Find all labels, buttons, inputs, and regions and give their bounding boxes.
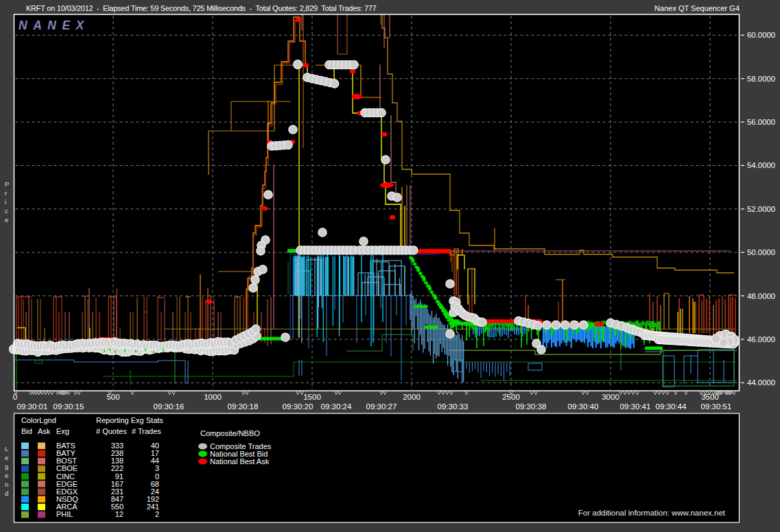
svg-text:Ask: Ask xyxy=(38,427,51,435)
svg-text:0: 0 xyxy=(13,393,17,401)
svg-text:Reporting Exg Stats: Reporting Exg Stats xyxy=(96,416,163,424)
svg-text:50.0000: 50.0000 xyxy=(747,248,775,256)
svg-text:n: n xyxy=(5,481,8,488)
svg-text:09:30:41: 09:30:41 xyxy=(620,402,651,411)
svg-text:# Quotes: # Quotes xyxy=(96,427,127,435)
svg-text:09:30:40: 09:30:40 xyxy=(568,402,599,411)
svg-text:ColorLgnd: ColorLgnd xyxy=(21,416,56,424)
svg-text:Composite/NBBO: Composite/NBBO xyxy=(200,429,260,437)
svg-text:e: e xyxy=(5,472,8,479)
svg-text:12: 12 xyxy=(115,510,123,518)
svg-text:c: c xyxy=(5,207,8,215)
svg-text:09:30:24: 09:30:24 xyxy=(321,402,352,411)
svg-text:d: d xyxy=(5,489,8,497)
svg-text:Nanex QT Sequencer G4: Nanex QT Sequencer G4 xyxy=(654,4,740,12)
svg-text:52.0000: 52.0000 xyxy=(747,205,775,213)
svg-text:09:30:27: 09:30:27 xyxy=(366,402,397,411)
svg-text:3500: 3500 xyxy=(701,393,719,401)
svg-text:09:30:33: 09:30:33 xyxy=(438,402,469,411)
svg-text:For additional information: ww: For additional information: www.nanex.ne… xyxy=(578,509,726,517)
svg-text:Bid: Bid xyxy=(21,427,32,435)
svg-text:44.0000: 44.0000 xyxy=(747,378,775,387)
svg-text:e: e xyxy=(5,216,8,223)
svg-text:60.0000: 60.0000 xyxy=(747,31,775,39)
svg-text:1000: 1000 xyxy=(204,393,222,401)
svg-text:r: r xyxy=(5,189,7,197)
svg-text:09:30:16: 09:30:16 xyxy=(154,402,185,411)
svg-text:56.0000: 56.0000 xyxy=(747,118,775,126)
svg-text:1500: 1500 xyxy=(303,393,321,401)
svg-text:09:30:38: 09:30:38 xyxy=(516,402,547,411)
svg-text:L: L xyxy=(5,445,8,452)
svg-text:e: e xyxy=(5,454,8,461)
svg-text:Exg: Exg xyxy=(56,427,69,435)
svg-text:09:30:18: 09:30:18 xyxy=(228,402,259,411)
svg-text:58.0000: 58.0000 xyxy=(747,75,775,83)
svg-text:NANEX: NANEX xyxy=(19,19,90,32)
svg-text:# Trades: # Trades xyxy=(132,427,161,435)
svg-text:09:30:20: 09:30:20 xyxy=(283,402,314,411)
svg-text:09:30:51: 09:30:51 xyxy=(701,402,732,411)
svg-text:PHIL: PHIL xyxy=(56,510,73,518)
svg-text:3000: 3000 xyxy=(602,393,619,401)
svg-text:2500: 2500 xyxy=(502,393,520,401)
svg-text:09:30:01: 09:30:01 xyxy=(17,402,48,411)
svg-text:2000: 2000 xyxy=(403,393,421,401)
svg-text:KRFT on 10/03/2012 - Elapsed: KRFT on 10/03/2012 - Elapsed Time: 59 Se… xyxy=(26,4,377,12)
svg-text:P: P xyxy=(5,180,9,188)
svg-text:National Best Ask: National Best Ask xyxy=(210,457,270,466)
svg-text:500: 500 xyxy=(106,393,119,401)
svg-text:54.0000: 54.0000 xyxy=(747,161,775,169)
svg-text:46.0000: 46.0000 xyxy=(747,335,775,343)
svg-text:48.0000: 48.0000 xyxy=(747,292,775,300)
svg-text:09:30:44: 09:30:44 xyxy=(656,402,687,411)
svg-text:g: g xyxy=(5,463,8,470)
svg-text:i: i xyxy=(5,198,6,206)
svg-text:2: 2 xyxy=(155,510,159,518)
svg-text:09:30:15: 09:30:15 xyxy=(54,402,84,411)
